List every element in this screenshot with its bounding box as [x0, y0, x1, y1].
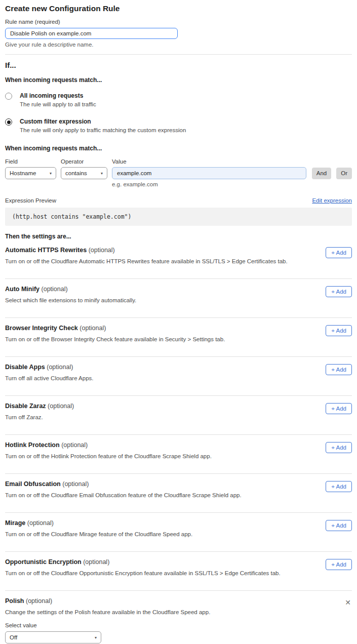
field-column-label: Field	[5, 158, 61, 165]
close-icon[interactable]: ✕	[344, 598, 352, 607]
setting-name: Email Obfuscation	[5, 480, 61, 488]
optional-label: (optional)	[48, 402, 74, 410]
chevron-down-icon: ▾	[101, 171, 103, 176]
radio-selected-icon[interactable]	[5, 118, 12, 126]
add-button[interactable]: + Add	[326, 559, 352, 570]
radio-label: Custom filter expression	[20, 118, 186, 125]
setting-name: Auto Minify	[5, 286, 39, 293]
add-button[interactable]: + Add	[326, 481, 352, 492]
operator-column-label: Operator	[61, 158, 112, 165]
or-button[interactable]: Or	[336, 168, 352, 179]
optional-label: (optional)	[80, 325, 106, 332]
add-button[interactable]: + Add	[326, 442, 352, 453]
setting-automatic-https-rewrites: Automatic HTTPS Rewrites (optional) Turn…	[5, 240, 352, 279]
setting-description: Turn off all active Cloudflare Apps.	[5, 375, 94, 382]
setting-mirage: Mirage (optional) Turn on or off the Clo…	[5, 513, 352, 552]
setting-name: Mirage	[5, 519, 25, 527]
radio-label: All incoming requests	[20, 92, 96, 99]
rule-name-input[interactable]	[5, 28, 178, 39]
operator-select[interactable]: contains ▾	[61, 167, 107, 179]
optional-label: (optional)	[42, 286, 68, 293]
setting-email-obfuscation: Email Obfuscation (optional) Turn on or …	[5, 474, 352, 513]
section-divider	[5, 54, 352, 55]
match-type-radio-group: All incoming requests The rule will appl…	[5, 92, 352, 134]
settings-list: Automatic HTTPS Rewrites (optional) Turn…	[5, 240, 352, 643]
setting-browser-integrity-check: Browser Integrity Check (optional) Turn …	[5, 318, 352, 357]
builder-heading: When incoming requests match...	[5, 145, 352, 152]
edit-expression-link[interactable]: Edit expression	[312, 197, 352, 204]
setting-name: Disable Zaraz	[5, 402, 46, 410]
and-button[interactable]: And	[312, 168, 331, 179]
if-heading: If...	[5, 61, 352, 70]
then-settings-heading: Then the settings are...	[5, 233, 352, 240]
expression-preview-code: (http.host contains "example.com")	[5, 208, 352, 226]
incoming-match-label: When incoming requests match...	[5, 76, 352, 84]
chevron-down-icon: ▾	[50, 171, 52, 176]
setting-description: Turn on or off the Cloudflare Email Obfu…	[5, 492, 242, 499]
setting-disable-zaraz: Disable Zaraz (optional) Turn off Zaraz.…	[5, 396, 352, 435]
page-title: Create new Configuration Rule	[5, 4, 352, 13]
rule-name-label: Rule name (required)	[5, 18, 352, 25]
setting-description: Select which file extensions to minify a…	[5, 297, 136, 304]
setting-description: Turn on or off the Hotlink Protection fe…	[5, 453, 212, 460]
setting-auto-minify: Auto Minify (optional) Select which file…	[5, 279, 352, 318]
optional-label: (optional)	[27, 519, 54, 527]
optional-label: (optional)	[47, 364, 73, 371]
add-button[interactable]: + Add	[326, 325, 352, 336]
radio-description: The rule will only apply to traffic matc…	[20, 127, 186, 134]
add-button[interactable]: + Add	[326, 247, 352, 258]
expression-builder-row: Hostname ▾ contains ▾ And Or	[5, 167, 352, 179]
setting-name: Polish	[5, 597, 24, 605]
polish-value-select[interactable]: Off ▾	[5, 631, 101, 643]
add-button[interactable]: + Add	[326, 403, 352, 414]
setting-description: Turn on or off the Cloudflare Automatic …	[5, 258, 288, 265]
operator-select-value: contains	[65, 170, 87, 176]
field-select[interactable]: Hostname ▾	[5, 167, 56, 179]
setting-name: Automatic HTTPS Rewrites	[5, 247, 87, 254]
add-button[interactable]: + Add	[326, 286, 352, 297]
add-button[interactable]: + Add	[326, 364, 352, 375]
setting-description: Change the settings of the Polish featur…	[5, 609, 344, 616]
expression-preview-header: Expression Preview Edit expression	[5, 197, 352, 204]
value-column-label: Value	[112, 158, 127, 165]
radio-custom-filter-expression[interactable]: Custom filter expression The rule will o…	[5, 118, 352, 134]
setting-description: Turn on or off the Cloudflare Opportunis…	[5, 570, 281, 577]
setting-opportunistic-encryption: Opportunistic Encryption (optional) Turn…	[5, 552, 352, 591]
radio-description: The rule will apply to all traffic	[20, 101, 96, 108]
setting-hotlink-protection: Hotlink Protection (optional) Turn on or…	[5, 435, 352, 474]
value-input[interactable]	[112, 167, 306, 179]
expression-preview-label: Expression Preview	[5, 197, 56, 204]
setting-name: Hotlink Protection	[5, 441, 60, 449]
select-value-label: Select value	[5, 622, 344, 629]
optional-label: (optional)	[61, 441, 88, 449]
value-help-text: e.g. example.com	[112, 181, 352, 187]
setting-polish: Polish (optional) Change the settings of…	[5, 591, 352, 643]
setting-description: Turn off Zaraz.	[5, 414, 74, 421]
optional-label: (optional)	[62, 480, 89, 488]
optional-label: (optional)	[83, 558, 109, 566]
polish-select-value: Off	[10, 634, 17, 640]
radio-unselected-icon[interactable]	[5, 93, 12, 100]
builder-column-labels: Field Operator Value	[5, 158, 352, 165]
setting-description: Turn on or off the Browser Integrity Che…	[5, 336, 225, 343]
setting-name: Opportunistic Encryption	[5, 558, 82, 566]
add-button[interactable]: + Add	[326, 520, 352, 531]
field-select-value: Hostname	[10, 170, 36, 176]
rule-name-help: Give your rule a descriptive name.	[5, 41, 352, 48]
chevron-down-icon: ▾	[95, 635, 97, 640]
setting-description: Turn on or off the Cloudflare Mirage fea…	[5, 531, 192, 538]
radio-all-incoming-requests[interactable]: All incoming requests The rule will appl…	[5, 92, 352, 108]
setting-disable-apps: Disable Apps (optional) Turn off all act…	[5, 357, 352, 396]
optional-label: (optional)	[26, 597, 52, 605]
optional-label: (optional)	[89, 247, 115, 254]
setting-name: Disable Apps	[5, 364, 45, 371]
setting-name: Browser Integrity Check	[5, 325, 78, 332]
